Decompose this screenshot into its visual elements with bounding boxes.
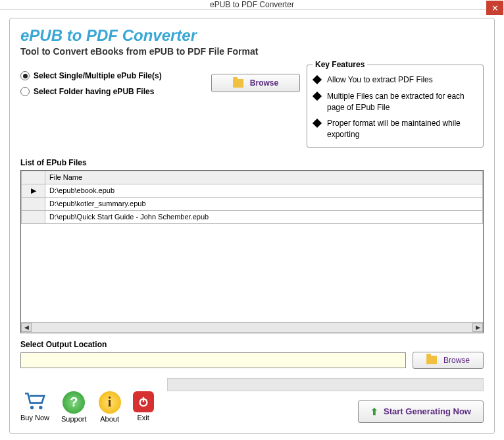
main-panel: ePUB to PDF Converter Tool to Convert eB… [9, 18, 495, 434]
about-button[interactable]: i About [99, 391, 121, 423]
exit-label: Exit [137, 414, 149, 422]
progress-bar [167, 378, 484, 391]
browse-output-label: Browse [443, 356, 470, 365]
scroll-left-icon[interactable]: ◀ [21, 323, 32, 332]
top-row: Select Single/Multiple ePub File(s) Sele… [20, 65, 484, 148]
buy-now-button[interactable]: Buy Now [20, 391, 49, 423]
horizontal-scrollbar[interactable]: ◀ ▶ [21, 322, 483, 333]
close-icon: ✕ [491, 3, 499, 13]
diamond-icon [313, 119, 322, 128]
feature-item: Multiple Files can be extracted for each… [314, 91, 476, 113]
diamond-icon [313, 92, 322, 101]
exit-button[interactable]: Exit [133, 391, 154, 423]
folder-icon [233, 79, 243, 88]
file-grid: File Name ▶ D:\epub\ebook.epub D:\epub\k… [20, 170, 484, 333]
file-table: File Name ▶ D:\epub\ebook.epub D:\epub\k… [21, 171, 483, 224]
content-area: ePUB to PDF Converter Tool to Convert eB… [0, 10, 504, 440]
grid-body[interactable]: File Name ▶ D:\epub\ebook.epub D:\epub\k… [21, 171, 483, 322]
table-row[interactable]: D:\epub\Quick Start Guide - John Schembe… [22, 210, 483, 223]
row-indicator [22, 210, 45, 223]
app-heading: ePUB to PDF Converter [20, 26, 484, 45]
radio-select-files[interactable]: Select Single/Multiple ePub File(s) [20, 71, 205, 80]
feature-item: Allow You to extract PDF Files [314, 74, 476, 86]
radio-icon [20, 87, 30, 96]
output-row: Browse [20, 352, 484, 369]
generate-label: Start Generating Now [384, 406, 471, 416]
info-icon: i [99, 391, 121, 414]
svg-point-0 [30, 406, 34, 409]
power-icon [133, 391, 154, 412]
radio-icon [20, 71, 30, 80]
feature-text: Multiple Files can be extracted for each… [327, 91, 476, 113]
up-arrow-icon: ⬆ [370, 406, 378, 417]
window-title: ePUB to PDF Converter [0, 0, 504, 9]
source-select-group: Select Single/Multiple ePub File(s) Sele… [20, 65, 205, 148]
radio-select-folder[interactable]: Select Folder having ePUB Files [20, 87, 205, 96]
buy-now-label: Buy Now [20, 414, 49, 422]
file-cell: D:\epub\ebook.epub [45, 184, 483, 197]
support-button[interactable]: ? Support [61, 391, 87, 423]
key-features-box: Key Features Allow You to extract PDF Fi… [307, 65, 484, 148]
column-header-filename[interactable]: File Name [45, 171, 483, 184]
diamond-icon [313, 75, 322, 84]
feature-item: Proper format will be maintained while e… [314, 118, 476, 140]
svg-point-1 [39, 406, 42, 409]
right-bottom: ⬆ Start Generating Now [167, 378, 484, 423]
app-subheading: Tool to Convert eBooks from ePUB to PDF … [20, 46, 484, 57]
cart-icon [23, 391, 47, 412]
scroll-track[interactable] [32, 323, 472, 332]
row-header-blank [22, 171, 45, 184]
folder-icon [426, 356, 437, 364]
bottom-row: Buy Now ? Support i About [20, 378, 484, 423]
output-path-input[interactable] [20, 352, 406, 368]
feature-text: Allow You to extract PDF Files [327, 74, 476, 86]
filelist-label: List of EPub Files [20, 158, 484, 167]
table-row[interactable]: D:\epub\kotler_summary.epub [22, 197, 483, 210]
row-indicator: ▶ [22, 184, 45, 197]
file-cell: D:\epub\kotler_summary.epub [45, 197, 483, 210]
browse-source-button[interactable]: Browse [211, 74, 300, 92]
browse-column: Browse [211, 65, 300, 148]
file-cell: D:\epub\Quick Start Guide - John Schembe… [45, 210, 483, 223]
titlebar: ePUB to PDF Converter ✕ [0, 0, 504, 10]
row-indicator [22, 197, 45, 210]
table-row[interactable]: ▶ D:\epub\ebook.epub [22, 184, 483, 197]
close-button[interactable]: ✕ [486, 1, 503, 15]
browse-output-button[interactable]: Browse [413, 352, 484, 369]
scroll-right-icon[interactable]: ▶ [472, 323, 483, 332]
support-label: Support [61, 415, 87, 423]
feature-text: Proper format will be maintained while e… [327, 118, 476, 140]
question-icon: ? [63, 391, 85, 414]
app-window: ePUB to PDF Converter ✕ ePUB to PDF Conv… [0, 0, 504, 440]
about-label: About [100, 415, 119, 423]
output-label: Select Output Location [20, 340, 484, 349]
action-icons: Buy Now ? Support i About [20, 391, 154, 423]
table-header-row: File Name [22, 171, 483, 184]
features-title: Key Features [313, 60, 367, 69]
radio-label-folder: Select Folder having ePUB Files [34, 87, 154, 96]
browse-label: Browse [250, 78, 278, 88]
radio-label-files: Select Single/Multiple ePub File(s) [34, 71, 162, 80]
start-generating-button[interactable]: ⬆ Start Generating Now [358, 400, 484, 423]
